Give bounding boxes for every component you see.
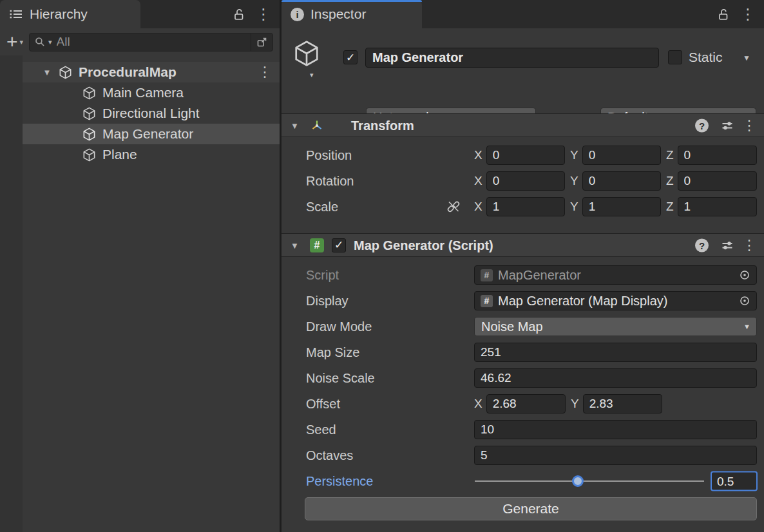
presets-icon[interactable] (721, 239, 734, 252)
persistence-field[interactable] (711, 471, 758, 491)
y-axis-label: Y (570, 148, 578, 162)
gameobject-cube-icon (82, 106, 97, 121)
rotation-row: Rotation X Y Z (282, 168, 764, 194)
kebab-menu-icon[interactable]: ⋮ (254, 0, 273, 28)
tab-hierarchy[interactable]: Hierarchy (0, 0, 140, 28)
transform-component-header[interactable]: ▼ Transform ? ⋮ (282, 113, 764, 137)
search-filter-caret-icon: ▾ (48, 39, 52, 46)
gameobject-icon-selector[interactable] (292, 39, 321, 71)
hierarchy-item-plane[interactable]: Plane (23, 144, 280, 165)
position-z-field[interactable] (678, 146, 757, 165)
map-generator-title: Map Generator (Script) (354, 238, 493, 252)
rotation-z-field[interactable] (678, 171, 757, 191)
scene-kebab-icon[interactable]: ⋮ (258, 64, 272, 81)
draw-mode-dropdown[interactable]: Noise Map ▼ (474, 317, 757, 336)
dropdown-caret-icon: ▼ (743, 323, 750, 330)
seed-label: Seed (306, 423, 336, 437)
offset-x-field[interactable] (486, 394, 566, 413)
static-checkbox[interactable] (668, 50, 682, 64)
offset-label: Offset (306, 397, 340, 412)
gameobject-name-field[interactable] (365, 48, 659, 68)
lock-icon[interactable] (229, 0, 249, 28)
scene-row-proceduralmap[interactable]: ▼ ProceduralMap ⋮ (23, 62, 280, 82)
script-icon: # (310, 238, 324, 252)
seed-field[interactable] (474, 420, 757, 439)
help-icon[interactable]: ? (695, 119, 709, 132)
x-axis-label: X (474, 148, 482, 162)
static-caret-icon[interactable]: ▼ (743, 53, 750, 62)
hierarchy-item-map-generator[interactable]: Map Generator (23, 124, 280, 144)
position-y-field[interactable] (582, 146, 661, 165)
info-icon: i (291, 8, 304, 21)
plus-icon: + (6, 34, 18, 50)
item-label: Map Generator (102, 126, 193, 142)
inspector-tab-label: Inspector (310, 6, 366, 22)
offset-y-field[interactable] (583, 394, 662, 413)
gameobject-cube-icon (82, 147, 97, 162)
script-row: Script # MapGenerator (282, 262, 764, 288)
foldout-icon[interactable]: ▼ (291, 120, 299, 130)
active-checkbox[interactable]: ✓ (343, 50, 358, 64)
octaves-row: Octaves (282, 442, 764, 468)
inspector-panel: i Inspector ⋮ ▾ ✓ Static ▼ Tag Untagge (282, 0, 764, 532)
search-input[interactable] (55, 34, 247, 50)
position-x-field[interactable] (486, 146, 565, 165)
check-icon: ✓ (346, 51, 355, 64)
tab-inspector[interactable]: i Inspector (282, 0, 422, 28)
kebab-menu-icon[interactable]: ⋮ (742, 238, 756, 252)
script-object-field[interactable]: # MapGenerator (474, 265, 757, 285)
hierarchy-search[interactable]: ▾ (29, 33, 273, 52)
script-file-icon: # (481, 295, 493, 307)
kebab-menu-icon[interactable]: ⋮ (742, 119, 756, 133)
persistence-row: Persistence (282, 468, 764, 494)
script-value: MapGenerator (498, 268, 581, 283)
map-size-field[interactable] (474, 343, 757, 362)
scale-label: Scale (306, 200, 338, 214)
draw-mode-row: Draw Mode Noise Map ▼ (282, 314, 764, 339)
presets-icon[interactable] (721, 119, 734, 132)
foldout-icon[interactable]: ▼ (42, 68, 52, 77)
add-object-button[interactable]: + ▾ (6, 34, 23, 50)
script-label: Script (306, 268, 339, 283)
gameobject-header: ▾ ✓ Static ▼ Tag Untagged ▼ Layer Defaul… (282, 28, 764, 113)
hierarchy-panel: Hierarchy ⋮ + ▾ ▾ (0, 0, 280, 532)
object-picker-icon[interactable] (739, 269, 750, 281)
noise-scale-label: Noise Scale (306, 371, 375, 386)
display-object-field[interactable]: # Map Generator (Map Display) (474, 291, 757, 310)
noise-scale-row: Noise Scale (282, 365, 764, 391)
visibility-gutter (0, 55, 23, 532)
component-enabled-checkbox[interactable]: ✓ (332, 238, 346, 252)
scale-x-field[interactable] (486, 197, 565, 216)
active-tab-accent (282, 0, 422, 2)
rotation-x-field[interactable] (486, 171, 565, 191)
help-icon[interactable]: ? (695, 238, 709, 252)
hierarchy-item-directional-light[interactable]: Directional Light (23, 103, 280, 124)
scale-z-field[interactable] (678, 197, 757, 216)
generate-button[interactable]: Generate (305, 497, 757, 520)
z-axis-label: Z (666, 200, 674, 214)
seed-row: Seed (282, 417, 764, 442)
persistence-slider[interactable] (475, 475, 704, 487)
slider-track[interactable] (475, 480, 704, 482)
slider-thumb[interactable] (572, 475, 584, 487)
lock-icon[interactable] (714, 0, 733, 28)
object-picker-icon[interactable] (739, 295, 750, 307)
map-generator-component-header[interactable]: ▼ # ✓ Map Generator (Script) ? ⋮ (282, 233, 764, 257)
scene-name: ProceduralMap (79, 64, 177, 80)
script-file-icon: # (481, 269, 493, 281)
constrain-proportions-broken-link-icon[interactable] (446, 200, 461, 214)
scene-icon (58, 65, 73, 80)
transform-body: Position X Y Z Rotation X Y Z Scale (282, 137, 764, 220)
noise-scale-field[interactable] (474, 368, 757, 388)
hierarchy-item-main-camera[interactable]: Main Camera (23, 82, 280, 103)
foldout-icon[interactable]: ▼ (291, 240, 299, 250)
persistence-label: Persistence (306, 474, 374, 489)
static-label: Static (689, 50, 723, 65)
octaves-field[interactable] (474, 446, 757, 465)
open-search-window-icon[interactable] (251, 33, 272, 51)
scale-y-field[interactable] (582, 197, 661, 216)
search-icon (35, 37, 45, 47)
draw-mode-value: Noise Map (481, 319, 543, 334)
rotation-y-field[interactable] (582, 171, 661, 191)
kebab-menu-icon[interactable]: ⋮ (738, 0, 758, 28)
